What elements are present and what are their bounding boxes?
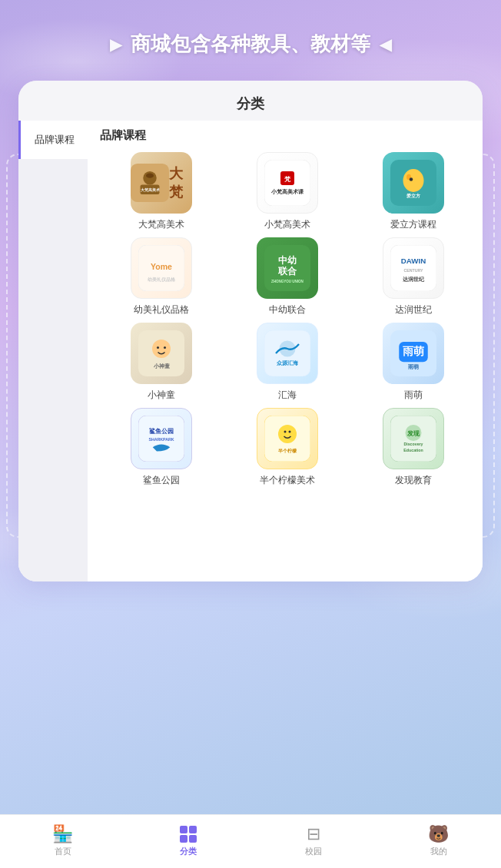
main-card: 分类 品牌课程 品牌课程 大梵高美术 大梵高美术 梵 小梵高美术课 小梵高美术 …	[18, 81, 483, 581]
category-icon	[180, 826, 197, 843]
svg-text:小梵高美术课: 小梵高美术课	[270, 188, 304, 194]
svg-text:ZHONGYOU UNION: ZHONGYOU UNION	[271, 280, 304, 283]
brand-logo-dafan: 大梵高美术	[131, 152, 192, 214]
brand-logo-faxianjy: 发现 Discovery Education	[383, 408, 444, 469]
brand-logo-xiaoshentong: 小神童	[131, 323, 192, 384]
svg-point-42	[284, 431, 287, 433]
content-header: 品牌课程	[100, 128, 475, 143]
brand-name-bangelemon: 半个柠檬美术	[260, 474, 315, 487]
svg-point-41	[278, 425, 297, 443]
brand-name-youmei: 幼美礼仪品格	[134, 303, 189, 316]
banner-text: 商城包含各种教具、教材等	[131, 31, 370, 58]
brand-logo-youmei: Yome 幼美礼仪品格	[131, 237, 192, 299]
brand-name-yumeng: 雨萌	[404, 389, 423, 402]
brand-name-xiaofan: 小梵高美术	[264, 218, 310, 231]
svg-text:CENTURY: CENTURY	[403, 268, 423, 273]
svg-point-26	[152, 340, 171, 358]
brand-logo-darun: DAWIN CENTURY 达润世纪	[383, 237, 444, 299]
nav-label-campus: 校园	[305, 846, 322, 857]
brand-logo-yumeng: 雨萌 雨萌	[383, 323, 444, 384]
home-icon: 🏪	[52, 826, 73, 843]
svg-point-10	[403, 169, 424, 192]
svg-text:雨萌: 雨萌	[403, 345, 425, 357]
nav-label-category: 分类	[180, 846, 197, 857]
card-title: 分类	[18, 81, 483, 121]
sidebar-item-brand[interactable]: 品牌课程	[18, 121, 88, 159]
banner-arrow-right: ◀	[380, 35, 391, 54]
brand-logo-zhongyou: 中幼 联合 ZHONGYOU UNION	[257, 237, 318, 299]
sidebar: 品牌课程	[18, 121, 88, 581]
brand-logo-bangelemon: 半个柠檬	[257, 408, 318, 469]
svg-text:大梵高美术: 大梵高美术	[140, 187, 161, 192]
nav-label-home: 首页	[55, 846, 71, 857]
brand-item-faxianjy[interactable]: 发现 Discovery Education 发现教育	[352, 408, 475, 487]
svg-point-2	[146, 174, 154, 178]
nav-label-mine: 我的	[430, 846, 447, 857]
nav-item-mine[interactable]: 🐻 我的	[376, 815, 501, 868]
brand-item-xiaoshentong[interactable]: 小神童 小神童	[100, 323, 223, 402]
campus-icon: ⊟	[307, 826, 320, 843]
brand-item-dafan[interactable]: 大梵高美术 大梵高美术	[100, 152, 223, 231]
brand-name-darun: 达润世纪	[395, 303, 432, 316]
svg-text:中幼: 中幼	[278, 255, 297, 266]
svg-text:幼美礼仪品格: 幼美礼仪品格	[148, 277, 176, 282]
brand-item-xiaofan[interactable]: 梵 小梵高美术课 小梵高美术	[226, 152, 349, 231]
bottom-nav: 🏪 首页 分类 ⊟ 校园 🐻 我的	[0, 814, 501, 868]
brand-name-alifang: 爱立方课程	[390, 218, 436, 231]
brand-name-dafan: 大梵高美术	[138, 218, 184, 231]
svg-text:雨萌: 雨萌	[408, 363, 420, 369]
svg-text:小神童: 小神童	[153, 363, 170, 369]
banner-arrow-left: ▶	[110, 35, 121, 54]
svg-point-27	[157, 346, 159, 349]
svg-text:梵: 梵	[284, 176, 291, 183]
brand-name-shayugongyuan: 鲨鱼公园	[143, 474, 180, 487]
svg-text:鲨鱼公园: 鲨鱼公园	[149, 427, 174, 435]
brand-logo-alifang: 爱立方	[383, 152, 444, 214]
mine-icon: 🐻	[428, 826, 449, 843]
brand-item-huihai[interactable]: 众源汇海 汇海	[226, 323, 349, 402]
brand-item-zhongyou[interactable]: 中幼 联合 ZHONGYOU UNION 中幼联合	[226, 237, 349, 316]
svg-text:发现: 发现	[406, 430, 420, 437]
svg-point-43	[289, 431, 291, 433]
svg-text:半个柠檬: 半个柠檬	[278, 448, 297, 453]
svg-text:SHARKPARK: SHARKPARK	[148, 437, 174, 442]
brand-item-alifang[interactable]: 爱立方 爱立方课程	[352, 152, 475, 231]
nav-item-category[interactable]: 分类	[125, 815, 250, 868]
brand-name-zhongyou: 中幼联合	[269, 303, 306, 316]
svg-text:联合: 联合	[277, 266, 297, 277]
brand-logo-shayugongyuan: 鲨鱼公园 SHARKPARK	[131, 408, 192, 469]
svg-point-12	[410, 177, 413, 181]
content-area: 品牌课程 大梵高美术 大梵高美术 梵 小梵高美术课 小梵高美术 爱立方 爱立方课…	[88, 121, 483, 581]
svg-text:DAWIN: DAWIN	[401, 257, 426, 265]
brand-name-xiaoshentong: 小神童	[148, 389, 175, 402]
banner: ▶ 商城包含各种教具、教材等 ◀	[0, 0, 501, 73]
brand-item-youmei[interactable]: Yome 幼美礼仪品格 幼美礼仪品格	[100, 237, 223, 316]
brand-grid: 大梵高美术 大梵高美术 梵 小梵高美术课 小梵高美术 爱立方 爱立方课程 Yom…	[100, 152, 475, 487]
card-body: 品牌课程 品牌课程 大梵高美术 大梵高美术 梵 小梵高美术课 小梵高美术 爱立方…	[18, 121, 483, 581]
brand-name-huihai: 汇海	[278, 389, 297, 402]
svg-text:Yome: Yome	[151, 262, 172, 271]
svg-text:众源汇海: 众源汇海	[276, 360, 299, 366]
brand-item-yumeng[interactable]: 雨萌 雨萌 雨萌	[352, 323, 475, 402]
svg-point-28	[164, 346, 166, 349]
svg-text:爱立方: 爱立方	[406, 193, 421, 198]
nav-item-home[interactable]: 🏪 首页	[0, 815, 125, 868]
brand-logo-huihai: 众源汇海	[257, 323, 318, 384]
brand-item-shayugongyuan[interactable]: 鲨鱼公园 SHARKPARK 鲨鱼公园	[100, 408, 223, 487]
brand-item-bangelemon[interactable]: 半个柠檬 半个柠檬美术	[226, 408, 349, 487]
brand-item-darun[interactable]: DAWIN CENTURY 达润世纪 达润世纪	[352, 237, 475, 316]
brand-logo-xiaofan: 梵 小梵高美术课	[257, 152, 318, 214]
svg-text:Discovery: Discovery	[403, 442, 423, 446]
svg-text:Education: Education	[403, 448, 423, 452]
svg-text:达润世纪: 达润世纪	[403, 276, 425, 282]
brand-name-faxianjy: 发现教育	[395, 474, 432, 487]
nav-item-campus[interactable]: ⊟ 校园	[250, 815, 376, 868]
